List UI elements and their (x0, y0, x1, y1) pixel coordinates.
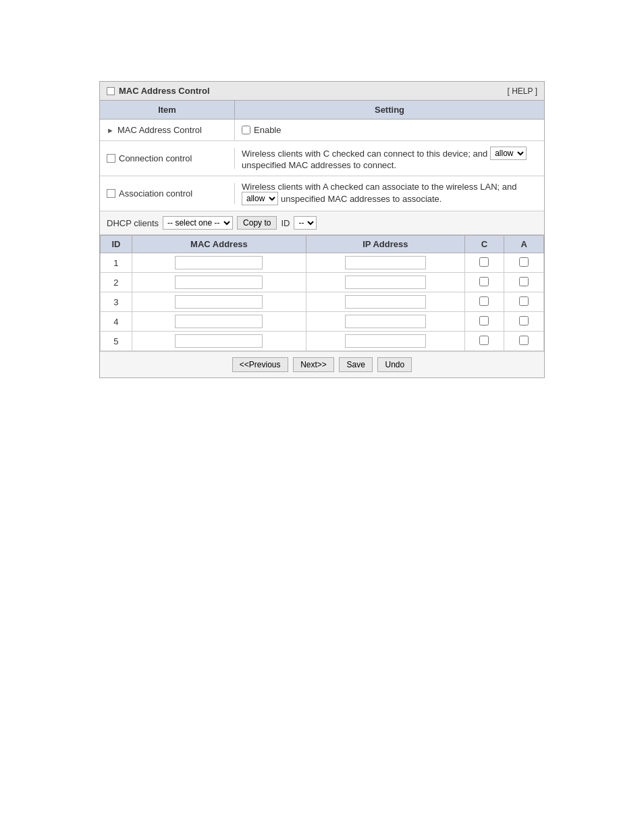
help-link[interactable]: [ HELP ] (508, 86, 537, 96)
cell-c (464, 273, 504, 292)
save-button[interactable]: Save (339, 357, 372, 372)
mac-input[interactable] (175, 295, 263, 309)
table-row: 2 (101, 273, 544, 292)
ip-input[interactable] (345, 276, 426, 289)
dhcp-row: DHCP clients -- select one -- Copy to ID… (100, 211, 544, 235)
cell-ip (306, 273, 465, 292)
ip-input[interactable] (345, 334, 426, 348)
cell-id: 4 (101, 312, 132, 332)
checkbox-c[interactable] (479, 257, 489, 267)
mac-input[interactable] (175, 276, 263, 289)
th-a: A (504, 236, 544, 253)
enable-checkbox[interactable] (242, 126, 250, 134)
th-id: ID (101, 236, 132, 253)
checkbox-a[interactable] (519, 257, 529, 267)
association-control-row: Association control Wireless clients wit… (100, 176, 544, 211)
ip-input[interactable] (345, 295, 426, 309)
cell-id: 3 (101, 292, 132, 312)
table-row: 1 (101, 253, 544, 273)
checkbox-c[interactable] (479, 296, 489, 306)
copy-to-button[interactable]: Copy to (237, 216, 277, 230)
footer-row: <<Previous Next>> Save Undo (100, 351, 544, 377)
cell-a (504, 292, 544, 312)
th-ip: IP Address (306, 236, 465, 253)
id-label: ID (281, 218, 290, 228)
column-headers: Item Setting (100, 101, 544, 120)
table-row: 4 (101, 312, 544, 332)
mac-input[interactable] (175, 315, 263, 328)
mac-address-control-item: ► MAC Address Control (100, 120, 235, 140)
checkbox-c[interactable] (479, 277, 489, 286)
association-checkbox-icon (107, 189, 115, 198)
th-c: C (464, 236, 504, 253)
association-control-setting: Wireless clients with A checked can asso… (235, 176, 544, 211)
cell-id: 2 (101, 273, 132, 292)
mac-input[interactable] (175, 334, 263, 348)
connection-control-item: Connection control (100, 148, 235, 169)
cell-mac (132, 332, 306, 351)
table-row: 3 (101, 292, 544, 312)
cell-c (464, 332, 504, 351)
ip-input[interactable] (345, 256, 426, 269)
checkbox-a[interactable] (519, 277, 529, 286)
connection-allow-select[interactable]: allow deny (490, 147, 527, 160)
cell-ip (306, 312, 465, 332)
cell-c (464, 253, 504, 273)
association-text2: unspecified MAC addresses to associate. (281, 194, 441, 204)
ip-input[interactable] (345, 315, 426, 328)
cell-a (504, 312, 544, 332)
col-header-setting: Setting (235, 101, 544, 119)
arrow-icon: ► (107, 126, 114, 134)
panel-title: MAC Address Control (107, 86, 210, 96)
checkbox-a[interactable] (519, 336, 529, 345)
association-allow-select[interactable]: allow deny (242, 192, 278, 205)
cell-id: 5 (101, 332, 132, 351)
col-header-item: Item (100, 101, 235, 119)
checkbox-c[interactable] (479, 316, 489, 325)
cell-c (464, 312, 504, 332)
association-text1: Wireless clients with A checked can asso… (242, 182, 517, 192)
connection-control-row: Connection control Wireless clients with… (100, 141, 544, 176)
association-control-label: Association control (119, 188, 192, 199)
cell-a (504, 273, 544, 292)
cell-mac (132, 312, 306, 332)
enable-label[interactable]: Enable (242, 125, 537, 135)
mac-table: ID MAC Address IP Address C A 12345 (100, 235, 544, 351)
panel-header: MAC Address Control [ HELP ] (100, 82, 544, 101)
th-mac: MAC Address (132, 236, 306, 253)
mac-address-control-setting: Enable (235, 120, 544, 140)
dhcp-label: DHCP clients (107, 218, 159, 228)
mac-address-control-label: MAC Address Control (117, 125, 202, 135)
cell-ip (306, 292, 465, 312)
connection-text1: Wireless clients with C checked can conn… (242, 149, 487, 159)
cell-mac (132, 292, 306, 312)
mac-address-control-row: ► MAC Address Control Enable (100, 120, 544, 141)
cell-mac (132, 273, 306, 292)
association-control-item: Association control (100, 183, 235, 204)
cell-ip (306, 332, 465, 351)
cell-id: 1 (101, 253, 132, 273)
dhcp-select[interactable]: -- select one -- (163, 216, 233, 230)
checkbox-a[interactable] (519, 316, 529, 325)
cell-ip (306, 253, 465, 273)
cell-a (504, 332, 544, 351)
table-row: 5 (101, 332, 544, 351)
connection-control-label: Connection control (119, 153, 192, 163)
checkbox-a[interactable] (519, 296, 529, 306)
cell-a (504, 253, 544, 273)
prev-button[interactable]: <<Previous (232, 357, 288, 372)
cell-c (464, 292, 504, 312)
mac-input[interactable] (175, 256, 263, 269)
connection-text2: unspecified MAC addresses to connect. (242, 160, 396, 170)
checkbox-c[interactable] (479, 336, 489, 345)
cell-mac (132, 253, 306, 273)
connection-control-setting: Wireless clients with C checked can conn… (235, 141, 544, 176)
undo-button[interactable]: Undo (377, 357, 412, 372)
panel-title-text: MAC Address Control (119, 86, 210, 96)
next-button[interactable]: Next>> (293, 357, 334, 372)
enable-text: Enable (254, 125, 281, 135)
id-select[interactable]: -- (294, 216, 317, 230)
connection-checkbox-icon (107, 154, 115, 163)
panel-icon (107, 87, 115, 95)
